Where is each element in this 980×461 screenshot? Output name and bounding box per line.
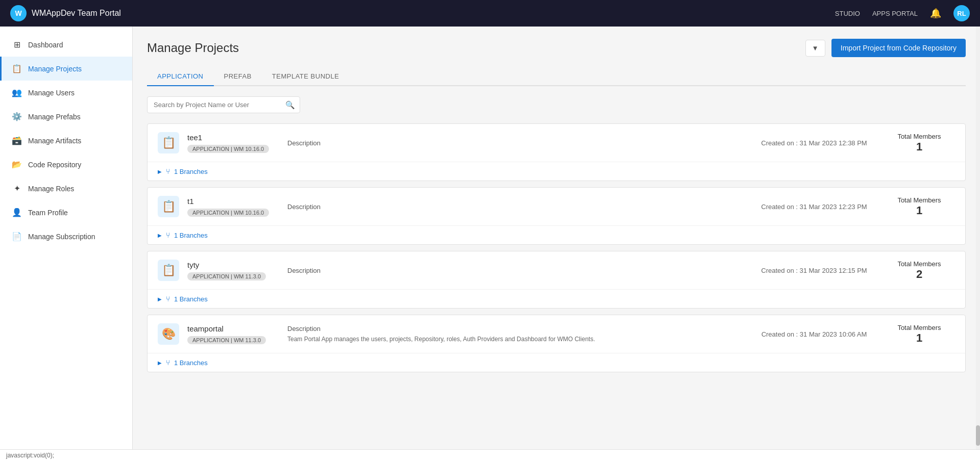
manage-projects-icon: 📋 [12, 64, 22, 73]
project-name: tyty [187, 261, 279, 269]
tab-prefab[interactable]: PREFAB [214, 67, 262, 86]
user-avatar[interactable]: RL [953, 5, 970, 21]
sidebar-item-label: Manage Users [28, 89, 75, 97]
project-description: Description Team Portal App manages the … [287, 325, 745, 344]
manage-users-icon: 👥 [12, 88, 22, 97]
branches-row[interactable]: ▶ ⑂ 1 Branches [148, 225, 965, 244]
search-container: 🔍 [147, 96, 300, 113]
sidebar-item-label: Manage Prefabs [28, 113, 81, 121]
project-card: 📋 tee1 APPLICATION | WM 10.16.0 Descript… [147, 123, 966, 181]
project-card: 📋 t1 APPLICATION | WM 10.16.0 Descriptio… [147, 187, 966, 245]
total-members-count: 1 [884, 204, 955, 217]
project-info: tee1 APPLICATION | WM 10.16.0 [187, 133, 279, 153]
project-row: 📋 t1 APPLICATION | WM 10.16.0 Descriptio… [148, 188, 965, 225]
total-members-label: Total Members [884, 324, 955, 331]
top-navigation: W WMAppDev Team Portal STUDIO APPS PORTA… [0, 0, 980, 27]
project-description-label: Description [287, 203, 321, 211]
sidebar-item-code-repository[interactable]: 📂 Code Repository [0, 152, 132, 176]
expand-icon: ▶ [158, 296, 162, 302]
search-icon[interactable]: 🔍 [285, 100, 295, 110]
apps-portal-link[interactable]: APPS PORTAL [872, 10, 918, 17]
main-content: Manage Projects ▼ Import Project from Co… [133, 27, 980, 461]
branches-row[interactable]: ▶ ⑂ 1 Branches [148, 353, 965, 372]
project-badge: APPLICATION | WM 10.16.0 [187, 145, 269, 153]
project-created: Created on : 31 Mar 2023 10:06 AM [753, 330, 875, 338]
project-name: tee1 [187, 133, 279, 142]
project-members: Total Members 1 [884, 324, 955, 345]
dashboard-icon: ⊞ [12, 40, 22, 49]
project-badge: APPLICATION | WM 11.3.0 [187, 336, 266, 344]
status-bar: javascript:void(0); [0, 449, 980, 461]
sidebar-item-label: Team Profile [28, 209, 68, 217]
import-project-button[interactable]: Import Project from Code Repository [831, 39, 966, 57]
total-members-count: 1 [884, 331, 955, 345]
sidebar-item-manage-projects[interactable]: 📋 Manage Projects [0, 57, 132, 81]
branches-row[interactable]: ▶ ⑂ 1 Branches [148, 162, 965, 181]
logo-icon: W [10, 5, 27, 21]
project-created: Created on : 31 Mar 2023 12:15 PM [753, 267, 875, 274]
project-description-label: Description [287, 139, 321, 147]
page-title: Manage Projects [147, 41, 239, 55]
project-icon: 📋 [158, 260, 179, 281]
total-members-count: 1 [884, 140, 955, 153]
project-name: t1 [187, 197, 279, 206]
sidebar-item-manage-prefabs[interactable]: ⚙️ Manage Prefabs [0, 105, 132, 129]
manage-artifacts-icon: 🗃️ [12, 136, 22, 145]
project-row: 📋 tee1 APPLICATION | WM 10.16.0 Descript… [148, 124, 965, 162]
expand-icon: ▶ [158, 169, 162, 174]
tab-bar: APPLICATIONPREFABTEMPLATE BUNDLE [147, 67, 966, 86]
branch-icon: ⑂ [166, 358, 170, 367]
manage-roles-icon: ✦ [12, 184, 22, 193]
app-logo: W WMAppDev Team Portal [10, 5, 835, 21]
sidebar-item-label: Code Repository [28, 161, 81, 169]
project-description-text: Team Portal App manages the users, proje… [287, 335, 745, 344]
branches-row[interactable]: ▶ ⑂ 1 Branches [148, 289, 965, 308]
project-card: 🎨 teamportal APPLICATION | WM 11.3.0 Des… [147, 315, 966, 372]
manage-subscription-icon: 📄 [12, 232, 22, 241]
page-header: Manage Projects ▼ Import Project from Co… [147, 39, 966, 57]
project-info: t1 APPLICATION | WM 10.16.0 [187, 197, 279, 217]
studio-link[interactable]: STUDIO [835, 10, 860, 17]
scrollbar[interactable] [976, 27, 980, 461]
branch-icon: ⑂ [166, 295, 170, 303]
sidebar-item-manage-users[interactable]: 👥 Manage Users [0, 81, 132, 105]
project-card: 📋 tyty APPLICATION | WM 11.3.0 Descripti… [147, 251, 966, 309]
search-input[interactable] [147, 96, 300, 113]
branch-icon: ⑂ [166, 231, 170, 239]
total-members-label: Total Members [884, 260, 955, 268]
project-created: Created on : 31 Mar 2023 12:38 PM [753, 139, 875, 147]
notification-bell-icon[interactable]: 🔔 [930, 8, 941, 19]
project-icon: 📋 [158, 196, 179, 217]
projects-list: 📋 tee1 APPLICATION | WM 10.16.0 Descript… [147, 123, 966, 372]
sidebar-item-label: Manage Artifacts [28, 137, 81, 145]
manage-prefabs-icon: ⚙️ [12, 112, 22, 121]
tab-application[interactable]: APPLICATION [147, 67, 214, 86]
project-badge: APPLICATION | WM 10.16.0 [187, 209, 269, 217]
sidebar-item-manage-roles[interactable]: ✦ Manage Roles [0, 176, 132, 200]
project-row: 🎨 teamportal APPLICATION | WM 11.3.0 Des… [148, 315, 965, 353]
project-badge: APPLICATION | WM 11.3.0 [187, 272, 266, 280]
sidebar-item-label: Manage Roles [28, 185, 74, 193]
project-description-label: Description [287, 325, 321, 332]
sidebar-item-manage-subscription[interactable]: 📄 Manage Subscription [0, 224, 132, 248]
expand-icon: ▶ [158, 233, 162, 238]
project-members: Total Members 1 [884, 133, 955, 153]
tab-template-bundle[interactable]: TEMPLATE BUNDLE [262, 67, 350, 86]
sidebar-item-dashboard[interactable]: ⊞ Dashboard [0, 33, 132, 57]
scrollbar-thumb[interactable] [976, 425, 980, 446]
sidebar-item-label: Dashboard [28, 41, 63, 49]
filter-button[interactable]: ▼ [805, 40, 825, 57]
code-repository-icon: 📂 [12, 160, 22, 169]
sidebar-item-manage-artifacts[interactable]: 🗃️ Manage Artifacts [0, 129, 132, 152]
branch-icon: ⑂ [166, 167, 170, 175]
project-description: Description [287, 203, 745, 211]
project-members: Total Members 1 [884, 196, 955, 217]
project-info: teamportal APPLICATION | WM 11.3.0 [187, 324, 279, 344]
branches-label: 1 Branches [174, 359, 208, 367]
sidebar-item-team-profile[interactable]: 👤 Team Profile [0, 200, 132, 224]
project-description: Description [287, 139, 745, 147]
sidebar-item-label: Manage Projects [28, 65, 82, 73]
status-text: javascript:void(0); [6, 452, 54, 459]
total-members-count: 2 [884, 268, 955, 281]
project-icon: 🎨 [158, 323, 179, 345]
